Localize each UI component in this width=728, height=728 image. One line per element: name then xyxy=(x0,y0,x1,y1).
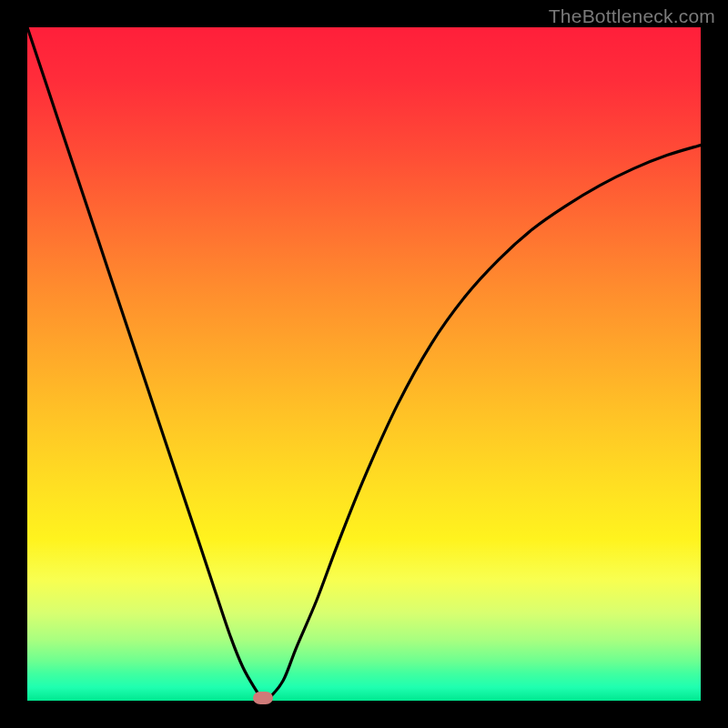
chart-frame: TheBottleneck.com xyxy=(0,0,728,728)
curve-svg xyxy=(27,27,701,701)
optimum-marker xyxy=(253,692,273,704)
bottleneck-curve xyxy=(27,27,701,701)
plot-area xyxy=(27,27,701,701)
watermark-text: TheBottleneck.com xyxy=(549,5,715,27)
